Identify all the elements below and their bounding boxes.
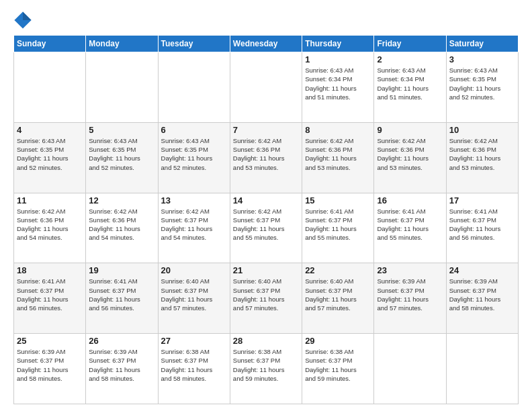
day-number: 29 xyxy=(305,336,371,346)
calendar-cell: 5Sunrise: 6:43 AM Sunset: 6:35 PM Daylig… xyxy=(86,122,158,193)
day-info: Sunrise: 6:41 AM Sunset: 6:37 PM Dayligh… xyxy=(17,277,83,312)
day-info: Sunrise: 6:39 AM Sunset: 6:37 PM Dayligh… xyxy=(449,277,515,312)
day-info: Sunrise: 6:41 AM Sunset: 6:37 PM Dayligh… xyxy=(89,277,154,312)
day-number: 15 xyxy=(305,195,371,205)
weekday-header-row: SundayMondayTuesdayWednesdayThursdayFrid… xyxy=(14,36,519,52)
weekday-header-cell: Monday xyxy=(86,36,158,52)
day-info: Sunrise: 6:39 AM Sunset: 6:37 PM Dayligh… xyxy=(17,347,83,383)
calendar-week-row: 11Sunrise: 6:42 AM Sunset: 6:36 PM Dayli… xyxy=(14,193,519,263)
calendar-week-row: 1Sunrise: 6:43 AM Sunset: 6:34 PM Daylig… xyxy=(14,52,519,123)
day-info: Sunrise: 6:38 AM Sunset: 6:37 PM Dayligh… xyxy=(233,347,299,383)
day-number: 23 xyxy=(377,265,443,275)
weekday-header-cell: Wednesday xyxy=(230,36,302,52)
day-number: 27 xyxy=(161,336,227,346)
weekday-header-cell: Sunday xyxy=(14,36,86,52)
logo-icon xyxy=(13,11,32,30)
day-number: 4 xyxy=(17,125,83,135)
calendar-cell: 18Sunrise: 6:41 AM Sunset: 6:37 PM Dayli… xyxy=(14,263,86,334)
day-number: 26 xyxy=(89,336,154,346)
day-info: Sunrise: 6:43 AM Sunset: 6:35 PM Dayligh… xyxy=(17,136,83,172)
day-number: 12 xyxy=(89,195,154,205)
day-number: 2 xyxy=(377,54,443,64)
day-info: Sunrise: 6:42 AM Sunset: 6:36 PM Dayligh… xyxy=(89,207,154,242)
calendar-cell: 2Sunrise: 6:43 AM Sunset: 6:34 PM Daylig… xyxy=(374,52,446,123)
svg-marker-1 xyxy=(23,11,32,20)
weekday-header-cell: Tuesday xyxy=(158,36,230,52)
calendar-cell: 26Sunrise: 6:39 AM Sunset: 6:37 PM Dayli… xyxy=(86,334,158,404)
weekday-header-cell: Friday xyxy=(374,36,446,52)
calendar-week-row: 25Sunrise: 6:39 AM Sunset: 6:37 PM Dayli… xyxy=(14,334,519,404)
calendar-cell: 11Sunrise: 6:42 AM Sunset: 6:36 PM Dayli… xyxy=(14,193,86,263)
calendar-cell: 15Sunrise: 6:41 AM Sunset: 6:37 PM Dayli… xyxy=(302,193,374,263)
page: SundayMondayTuesdayWednesdayThursdayFrid… xyxy=(0,0,532,411)
day-info: Sunrise: 6:42 AM Sunset: 6:37 PM Dayligh… xyxy=(161,207,227,242)
day-number: 22 xyxy=(305,265,371,275)
day-info: Sunrise: 6:42 AM Sunset: 6:36 PM Dayligh… xyxy=(305,136,371,172)
calendar-cell: 9Sunrise: 6:42 AM Sunset: 6:36 PM Daylig… xyxy=(374,122,446,193)
calendar-cell: 20Sunrise: 6:40 AM Sunset: 6:37 PM Dayli… xyxy=(158,263,230,334)
day-info: Sunrise: 6:43 AM Sunset: 6:34 PM Dayligh… xyxy=(305,66,371,101)
calendar-week-row: 18Sunrise: 6:41 AM Sunset: 6:37 PM Dayli… xyxy=(14,263,519,334)
day-number: 18 xyxy=(17,265,83,275)
day-number: 24 xyxy=(449,265,515,275)
day-number: 25 xyxy=(17,336,83,346)
weekday-header-cell: Thursday xyxy=(302,36,374,52)
calendar-cell: 25Sunrise: 6:39 AM Sunset: 6:37 PM Dayli… xyxy=(14,334,86,404)
calendar-body: 1Sunrise: 6:43 AM Sunset: 6:34 PM Daylig… xyxy=(14,52,519,404)
calendar-cell: 10Sunrise: 6:42 AM Sunset: 6:36 PM Dayli… xyxy=(446,122,518,193)
calendar-cell xyxy=(158,52,230,123)
day-number: 7 xyxy=(233,125,299,135)
day-info: Sunrise: 6:42 AM Sunset: 6:36 PM Dayligh… xyxy=(17,207,83,242)
calendar-cell: 19Sunrise: 6:41 AM Sunset: 6:37 PM Dayli… xyxy=(86,263,158,334)
calendar-cell: 7Sunrise: 6:42 AM Sunset: 6:36 PM Daylig… xyxy=(230,122,302,193)
day-number: 19 xyxy=(89,265,154,275)
calendar-cell: 29Sunrise: 6:38 AM Sunset: 6:37 PM Dayli… xyxy=(302,334,374,404)
calendar-cell: 8Sunrise: 6:42 AM Sunset: 6:36 PM Daylig… xyxy=(302,122,374,193)
day-number: 14 xyxy=(233,195,299,205)
calendar-cell: 28Sunrise: 6:38 AM Sunset: 6:37 PM Dayli… xyxy=(230,334,302,404)
calendar-cell xyxy=(446,334,518,404)
day-info: Sunrise: 6:41 AM Sunset: 6:37 PM Dayligh… xyxy=(449,207,515,242)
day-number: 10 xyxy=(449,125,515,135)
calendar-cell xyxy=(374,334,446,404)
day-info: Sunrise: 6:40 AM Sunset: 6:37 PM Dayligh… xyxy=(233,277,299,312)
weekday-header-cell: Saturday xyxy=(446,36,518,52)
day-info: Sunrise: 6:40 AM Sunset: 6:37 PM Dayligh… xyxy=(161,277,227,312)
day-number: 5 xyxy=(89,125,154,135)
day-number: 9 xyxy=(377,125,443,135)
day-info: Sunrise: 6:42 AM Sunset: 6:36 PM Dayligh… xyxy=(233,136,299,172)
day-info: Sunrise: 6:38 AM Sunset: 6:37 PM Dayligh… xyxy=(161,347,227,383)
calendar-cell: 17Sunrise: 6:41 AM Sunset: 6:37 PM Dayli… xyxy=(446,193,518,263)
calendar-cell xyxy=(230,52,302,123)
day-info: Sunrise: 6:41 AM Sunset: 6:37 PM Dayligh… xyxy=(305,207,371,242)
calendar-week-row: 4Sunrise: 6:43 AM Sunset: 6:35 PM Daylig… xyxy=(14,122,519,193)
day-info: Sunrise: 6:39 AM Sunset: 6:37 PM Dayligh… xyxy=(377,277,443,312)
calendar-cell: 27Sunrise: 6:38 AM Sunset: 6:37 PM Dayli… xyxy=(158,334,230,404)
calendar-cell xyxy=(14,52,86,123)
day-number: 20 xyxy=(161,265,227,275)
calendar-cell: 21Sunrise: 6:40 AM Sunset: 6:37 PM Dayli… xyxy=(230,263,302,334)
calendar-cell: 22Sunrise: 6:40 AM Sunset: 6:37 PM Dayli… xyxy=(302,263,374,334)
day-info: Sunrise: 6:42 AM Sunset: 6:37 PM Dayligh… xyxy=(233,207,299,242)
calendar-cell: 6Sunrise: 6:43 AM Sunset: 6:35 PM Daylig… xyxy=(158,122,230,193)
day-info: Sunrise: 6:39 AM Sunset: 6:37 PM Dayligh… xyxy=(89,347,154,383)
calendar-cell: 3Sunrise: 6:43 AM Sunset: 6:35 PM Daylig… xyxy=(446,52,518,123)
calendar-cell: 12Sunrise: 6:42 AM Sunset: 6:36 PM Dayli… xyxy=(86,193,158,263)
day-number: 13 xyxy=(161,195,227,205)
day-number: 16 xyxy=(377,195,443,205)
day-info: Sunrise: 6:43 AM Sunset: 6:35 PM Dayligh… xyxy=(89,136,154,172)
day-number: 1 xyxy=(305,54,371,64)
day-number: 11 xyxy=(17,195,83,205)
calendar-cell: 14Sunrise: 6:42 AM Sunset: 6:37 PM Dayli… xyxy=(230,193,302,263)
day-number: 28 xyxy=(233,336,299,346)
calendar-cell: 4Sunrise: 6:43 AM Sunset: 6:35 PM Daylig… xyxy=(14,122,86,193)
day-number: 8 xyxy=(305,125,371,135)
calendar-cell: 24Sunrise: 6:39 AM Sunset: 6:37 PM Dayli… xyxy=(446,263,518,334)
day-number: 6 xyxy=(161,125,227,135)
logo xyxy=(13,11,35,30)
day-info: Sunrise: 6:42 AM Sunset: 6:36 PM Dayligh… xyxy=(377,136,443,172)
calendar-cell: 1Sunrise: 6:43 AM Sunset: 6:34 PM Daylig… xyxy=(302,52,374,123)
calendar-cell: 13Sunrise: 6:42 AM Sunset: 6:37 PM Dayli… xyxy=(158,193,230,263)
day-info: Sunrise: 6:38 AM Sunset: 6:37 PM Dayligh… xyxy=(305,347,371,383)
calendar-cell xyxy=(86,52,158,123)
